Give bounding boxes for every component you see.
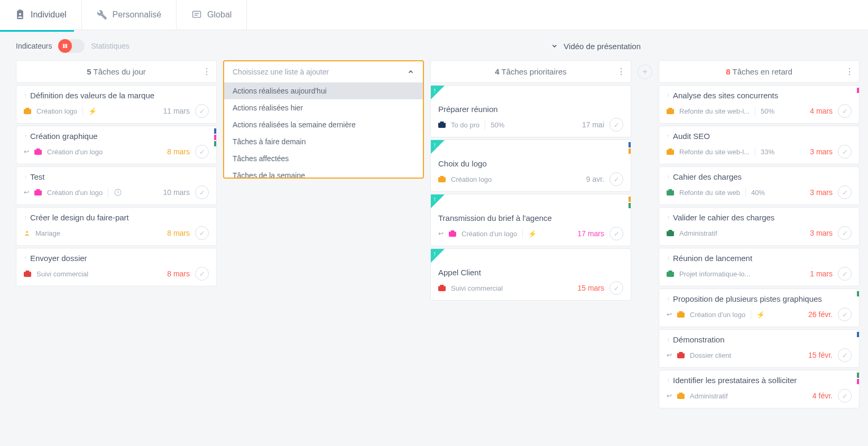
task-card[interactable]: ↑Valider le cahier des charges Administr… bbox=[659, 207, 860, 246]
reply-icon: ↩ bbox=[667, 351, 672, 359]
task-card[interactable]: ↑Envoyer dossier Suivi commercial8 mars✓ bbox=[16, 248, 217, 286]
column-count: 8 bbox=[726, 67, 730, 76]
task-card[interactable]: ↑Création graphique ↩Création d'un logo8… bbox=[16, 126, 217, 164]
tab-global[interactable]: Global bbox=[177, 0, 247, 30]
column-late: 8Tâches en retard ⋮ ↑Analyse des sites c… bbox=[659, 60, 860, 411]
chat-icon bbox=[191, 10, 202, 20]
project-name: Création d'un logo bbox=[47, 148, 103, 156]
task-date: 1 mars bbox=[810, 270, 833, 278]
column-add: Choisissez une liste à ajouter Actions r… bbox=[223, 60, 424, 411]
task-date: 3 mars bbox=[810, 229, 833, 237]
pause-icon bbox=[62, 43, 68, 49]
dropdown-option[interactable]: Actions réalisées hier bbox=[224, 99, 423, 116]
task-card[interactable]: ↑Proposition de plusieurs pistes graphiq… bbox=[659, 289, 860, 327]
complete-checkbox[interactable]: ✓ bbox=[610, 281, 623, 295]
task-card[interactable]: ↑Démonstration ↩Dossier client15 févr.✓ bbox=[659, 329, 860, 368]
dropdown-option[interactable]: Actions réalisées la semaine dernière bbox=[224, 116, 423, 133]
arrow-up-icon: ↑ bbox=[667, 295, 670, 303]
column-priority: 4Tâches prioritaires ⋮ ↑ Préparer réunio… bbox=[430, 60, 631, 411]
task-card[interactable]: ↑Identifier les prestataires à sollicite… bbox=[659, 370, 860, 408]
task-title: ↑Création graphique bbox=[24, 132, 209, 141]
task-card[interactable]: ↑Audit SEO Refonte du site web-l...33%3 … bbox=[659, 126, 860, 164]
complete-checkbox[interactable]: ✓ bbox=[838, 308, 852, 321]
complete-checkbox[interactable]: ✓ bbox=[195, 226, 209, 240]
complete-checkbox[interactable]: ✓ bbox=[838, 226, 852, 240]
svg-rect-4 bbox=[64, 44, 66, 48]
task-card[interactable]: ↑ Transmission du brief à l'agence ↩Créa… bbox=[430, 194, 631, 246]
task-card[interactable]: ↑ Appel Client Suivi commercial15 mars✓ bbox=[430, 248, 631, 301]
dropdown-option[interactable]: Actions réalisées aujourd'hui bbox=[224, 82, 423, 99]
task-title: Préparer réunion bbox=[438, 105, 623, 114]
column-menu-icon[interactable]: ⋮ bbox=[617, 67, 625, 77]
video-label: Vidéo de présentation bbox=[564, 42, 641, 51]
task-card[interactable]: ↑Réunion de lancement Projet informatiqu… bbox=[659, 248, 860, 286]
tab-label: Global bbox=[207, 10, 232, 20]
arrow-up-icon: ↑ bbox=[433, 196, 436, 203]
add-column-button[interactable]: + bbox=[638, 64, 652, 79]
task-title: ↑Valider le cahier des charges bbox=[667, 213, 852, 222]
task-title: ↑Démonstration bbox=[667, 335, 852, 344]
complete-checkbox[interactable]: ✓ bbox=[838, 185, 852, 199]
task-card[interactable]: ↑ Choix du logo Création logo9 avr.✓ bbox=[430, 140, 631, 192]
complete-checkbox[interactable]: ✓ bbox=[195, 104, 209, 118]
bolt-icon: ⚡ bbox=[88, 107, 97, 115]
view-toggle[interactable] bbox=[58, 39, 85, 53]
complete-checkbox[interactable]: ✓ bbox=[195, 145, 209, 159]
task-card[interactable]: ↑Test ↩Création d'un logo10 mars✓ bbox=[16, 166, 217, 205]
progress-pct: 50% bbox=[761, 107, 774, 115]
complete-checkbox[interactable]: ✓ bbox=[838, 145, 852, 159]
task-date: 4 mars bbox=[810, 107, 833, 115]
complete-checkbox[interactable]: ✓ bbox=[610, 118, 623, 132]
top-tabs: Individuel Personnalisé Global bbox=[0, 0, 868, 30]
task-card[interactable]: ↑Créer le design du faire-part Mariage8 … bbox=[16, 207, 217, 246]
task-date: 8 mars bbox=[167, 270, 190, 278]
arrow-up-icon: ↑ bbox=[433, 87, 436, 94]
task-title: ↑Audit SEO bbox=[667, 132, 852, 141]
arrow-up-icon: ↑ bbox=[24, 173, 27, 181]
project-name: Dossier client bbox=[690, 351, 731, 359]
complete-checkbox[interactable]: ✓ bbox=[838, 267, 852, 281]
complete-checkbox[interactable]: ✓ bbox=[838, 104, 852, 118]
complete-checkbox[interactable]: ✓ bbox=[838, 389, 852, 403]
task-title: ↑Créer le design du faire-part bbox=[24, 213, 209, 222]
progress-pct: 50% bbox=[491, 121, 504, 129]
color-tags bbox=[857, 332, 859, 337]
complete-checkbox[interactable]: ✓ bbox=[195, 267, 209, 281]
dropdown-option[interactable]: Tâches de la semaine bbox=[224, 167, 423, 178]
tab-label: Individuel bbox=[31, 10, 67, 20]
svg-rect-5 bbox=[66, 44, 67, 48]
dropdown-option[interactable]: Tâches affectées bbox=[224, 150, 423, 167]
column-count: 5 bbox=[87, 67, 91, 76]
indicateurs-label: Indicateurs bbox=[16, 42, 52, 50]
task-date: 3 mars bbox=[810, 147, 833, 156]
task-date: 15 févr. bbox=[808, 351, 833, 359]
column-menu-icon[interactable]: ⋮ bbox=[202, 67, 211, 77]
column-menu-icon[interactable]: ⋮ bbox=[845, 67, 854, 77]
color-tags bbox=[857, 291, 859, 296]
task-card[interactable]: ↑ Préparer réunion To do pro50%17 mai✓ bbox=[430, 85, 631, 137]
dropdown-header[interactable]: Choisissez une liste à ajouter bbox=[224, 61, 423, 82]
add-list-dropdown[interactable]: Choisissez une liste à ajouter Actions r… bbox=[223, 60, 424, 179]
complete-checkbox[interactable]: ✓ bbox=[610, 227, 623, 240]
tab-personnalise[interactable]: Personnalisé bbox=[82, 0, 177, 30]
complete-checkbox[interactable]: ✓ bbox=[838, 348, 852, 362]
project-name: Suivi commercial bbox=[36, 270, 88, 278]
subbar: Indicateurs Statistiques Vidéo de présen… bbox=[0, 32, 868, 60]
reply-icon: ↩ bbox=[24, 148, 29, 155]
project-name: Création d'un logo bbox=[690, 311, 745, 319]
complete-checkbox[interactable]: ✓ bbox=[610, 172, 623, 186]
tab-individuel[interactable]: Individuel bbox=[0, 0, 82, 30]
complete-checkbox[interactable]: ✓ bbox=[195, 185, 209, 199]
task-title: ↑Cahier des charges bbox=[667, 172, 852, 181]
task-date: 15 mars bbox=[577, 284, 604, 292]
task-card[interactable]: ↑Définition des valeurs de la marque Cré… bbox=[16, 85, 217, 124]
column-header: 5Tâches du jour ⋮ bbox=[16, 60, 217, 83]
task-card[interactable]: ↑Cahier des charges Refonte du site web4… bbox=[659, 166, 860, 205]
column-count: 4 bbox=[495, 67, 499, 76]
person-icon bbox=[24, 230, 30, 236]
task-card[interactable]: ↑Analyse des sites concurrents Refonte d… bbox=[659, 85, 860, 124]
clock-icon bbox=[114, 188, 122, 197]
project-name: Administratif bbox=[690, 392, 728, 400]
dropdown-option[interactable]: Tâches à faire demain bbox=[224, 133, 423, 150]
video-presentation-link[interactable]: Vidéo de présentation bbox=[551, 42, 641, 51]
